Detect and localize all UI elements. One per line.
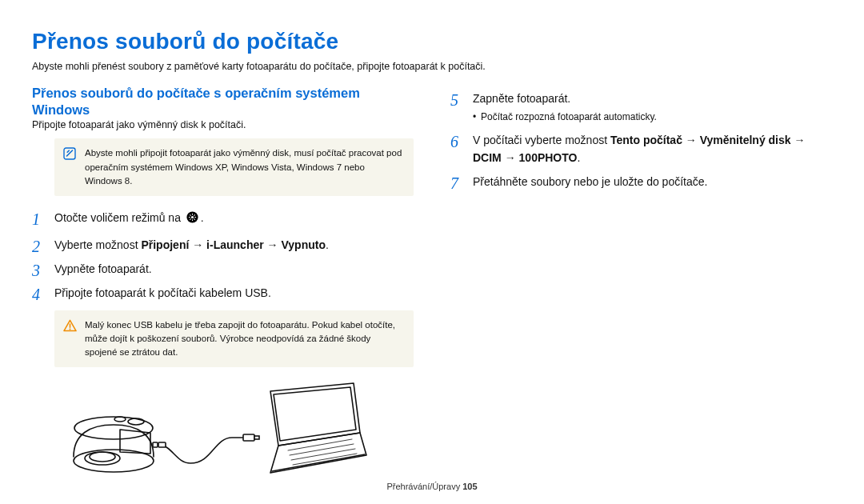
page-title: Přenos souborů do počítače <box>32 29 832 54</box>
step-5-subbullet: Počítač rozpozná fotoaparát automaticky. <box>473 110 832 125</box>
step-number: 2 <box>32 234 40 259</box>
warning-note: Malý konec USB kabelu je třeba zapojit d… <box>54 310 414 368</box>
left-column: Přenos souborů do počítače s operačním s… <box>32 83 414 484</box>
step-1-text-post: . <box>201 211 204 224</box>
warning-icon <box>62 318 77 332</box>
right-column: 5 Zapněte fotoaparát. Počítač rozpozná f… <box>450 83 832 198</box>
step-number: 5 <box>450 87 458 113</box>
warning-text: Malý konec USB kabelu je třeba zapojit d… <box>85 318 402 360</box>
footer-section: Přehrávání/Úpravy <box>386 482 462 491</box>
arrow: → <box>502 151 519 164</box>
camera-to-laptop-illustration <box>64 377 414 484</box>
page-footer: Přehrávání/Úpravy 105 <box>0 482 864 491</box>
step-6-post: . <box>577 151 580 164</box>
step-1: 1 Otočte voličem režimů na <box>32 209 414 229</box>
steps-list-right: 5 Zapněte fotoaparát. Počítač rozpozná f… <box>450 90 832 191</box>
svg-point-16 <box>74 417 153 439</box>
manual-page: Přenos souborů do počítače Abyste mohli … <box>0 0 864 504</box>
arrow: → <box>682 134 700 146</box>
settings-mode-icon <box>186 210 199 229</box>
step-number: 6 <box>450 129 458 154</box>
step-6-b1: Tento počítač <box>610 134 682 146</box>
svg-line-2 <box>67 151 69 153</box>
step-3: 3 Vypněte fotoaparát. <box>32 260 414 278</box>
svg-rect-24 <box>254 436 259 439</box>
step-2-bold-3: Vypnuto <box>281 238 325 251</box>
step-6-text: V počítači vyberte možnost Tento počítač… <box>473 134 805 164</box>
section-heading-windows: Přenos souborů do počítače s operačním s… <box>32 85 414 118</box>
svg-rect-22 <box>158 442 166 447</box>
svg-point-18 <box>90 452 115 462</box>
step-6-pre: V počítači vyberte možnost <box>473 134 610 146</box>
step-5-text: Zapněte fotoaparát. <box>473 92 570 105</box>
section-intro: Připojte fotoaparát jako výměnný disk k … <box>32 119 414 130</box>
footer-page-number: 105 <box>462 482 477 491</box>
step-6: 6 V počítači vyberte možnost Tento počít… <box>450 131 832 167</box>
step-2-post: . <box>326 238 329 251</box>
arrow-1: → <box>189 238 206 251</box>
step-7: 7 Přetáhněte soubory nebo je uložte do p… <box>450 173 832 190</box>
step-number: 3 <box>32 258 40 283</box>
step-6-b2: Vyměnitelný disk <box>700 134 791 146</box>
svg-rect-23 <box>243 434 254 441</box>
step-7-text: Přetáhněte soubory nebo je uložte do poč… <box>473 175 707 188</box>
step-number: 4 <box>32 282 40 307</box>
svg-point-14 <box>69 328 70 330</box>
step-3-text: Vypněte fotoaparát. <box>54 262 152 275</box>
step-6-b3: DCIM <box>473 151 502 164</box>
step-4: 4 Připojte fotoaparát k počítači kabelem… <box>32 284 414 302</box>
step-2-text: Vyberte možnost Připojení → i-Launcher →… <box>54 238 329 251</box>
step-number: 1 <box>32 206 40 232</box>
svg-rect-21 <box>153 442 158 447</box>
steps-list-left: 1 Otočte voličem režimů na <box>32 209 414 302</box>
step-1-text-pre: Otočte voličem režimů na <box>54 211 184 224</box>
info-note-text: Abyste mohli připojit fotoaparát jako vý… <box>85 146 402 188</box>
step-6-b4: 100PHOTO <box>519 151 578 164</box>
arrow: → <box>791 134 806 146</box>
arrow-2: → <box>264 238 282 251</box>
step-2-pre: Vyberte možnost <box>54 238 141 251</box>
step-5: 5 Zapněte fotoaparát. Počítač rozpozná f… <box>450 90 832 125</box>
step-2-bold-2: i-Launcher <box>206 238 264 251</box>
info-icon <box>62 146 77 160</box>
step-2-bold-1: Připojení <box>141 238 189 251</box>
step-number: 7 <box>450 170 458 196</box>
svg-point-4 <box>191 216 194 218</box>
two-column-layout: Přenos souborů do počítače s operačním s… <box>32 83 832 484</box>
page-intro: Abyste mohli přenést soubory z paměťové … <box>32 59 832 74</box>
step-2: 2 Vyberte možnost Připojení → i-Launcher… <box>32 236 414 254</box>
step-4-text: Připojte fotoaparát k počítači kabelem U… <box>54 286 271 299</box>
info-note: Abyste mohli připojit fotoaparát jako vý… <box>54 138 414 196</box>
